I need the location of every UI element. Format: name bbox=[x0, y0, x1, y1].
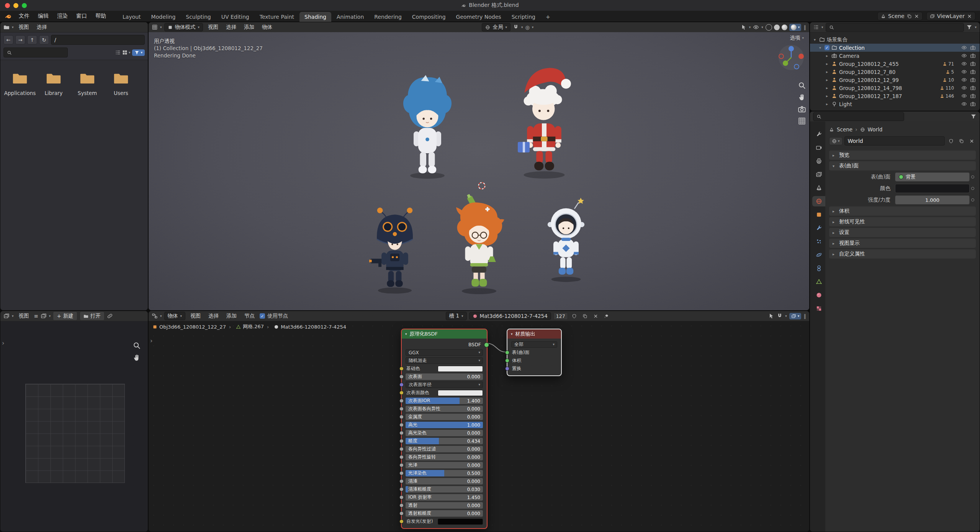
bsdf-input-row[interactable]: 次表面IOR 1.400 bbox=[406, 398, 483, 404]
node-editor-icon[interactable] bbox=[152, 313, 158, 319]
render-visibility-camera-icon[interactable] bbox=[970, 85, 976, 91]
render-visibility-camera-icon[interactable] bbox=[970, 53, 976, 59]
properties-tab[interactable] bbox=[812, 169, 825, 180]
input-socket[interactable] bbox=[399, 415, 404, 419]
expander-arrow[interactable]: ▸ bbox=[825, 62, 829, 66]
funnel-icon[interactable] bbox=[970, 113, 977, 119]
new-material-copy-icon[interactable] bbox=[581, 312, 589, 320]
fullscreen-window-button[interactable] bbox=[22, 3, 27, 8]
animate-dot-icon[interactable] bbox=[970, 175, 976, 178]
render-visibility-camera-icon[interactable] bbox=[970, 45, 976, 51]
viewport-menu-item[interactable]: 添加 bbox=[241, 23, 257, 31]
properties-tab[interactable] bbox=[812, 210, 825, 220]
properties-tab[interactable] bbox=[812, 183, 825, 193]
value-slider[interactable]: 次表面IOR 1.400 bbox=[406, 398, 483, 404]
image-editor-menu-item[interactable]: 视图 bbox=[16, 312, 32, 320]
bsdf-input-row[interactable]: 高光染色 0.000 bbox=[406, 430, 483, 436]
color-swatch[interactable] bbox=[438, 366, 483, 372]
outliner-row[interactable]: ▸ Light bbox=[810, 100, 980, 108]
bsdf-input-row[interactable]: 糙度 0.434 bbox=[406, 438, 483, 444]
thumbnail-view-icon[interactable] bbox=[122, 49, 128, 56]
close-window-button[interactable] bbox=[5, 3, 10, 8]
blender-logo-icon[interactable] bbox=[5, 13, 12, 20]
value-slider[interactable]: 光泽 0.000 bbox=[406, 462, 483, 468]
wireframe-shading-icon[interactable] bbox=[766, 24, 772, 31]
toggle-ortho-icon[interactable] bbox=[798, 117, 806, 125]
file-browser-editor-icon[interactable] bbox=[3, 24, 10, 30]
workspace-tab[interactable]: Compositing bbox=[407, 12, 451, 22]
input-socket[interactable] bbox=[399, 375, 404, 379]
context-path-item[interactable]: Mat3d66-1208012-7-4254 bbox=[267, 324, 346, 330]
unlink-material-icon[interactable] bbox=[592, 312, 600, 320]
viewport-options-dropdown[interactable]: 选项 ▾ bbox=[790, 34, 804, 41]
shader-editor-menu-item[interactable]: 添加 bbox=[224, 312, 239, 320]
new-scene-copy-icon[interactable] bbox=[907, 14, 912, 19]
toy-character-blue-hair[interactable] bbox=[399, 59, 456, 189]
display-settings-chevron-icon[interactable]: ▾ bbox=[129, 51, 131, 54]
editor-type-chevron-icon[interactable]: ▾ bbox=[12, 314, 14, 318]
value-slider[interactable]: 各向异性旋转 0.000 bbox=[406, 454, 483, 460]
bsdf-node-header[interactable]: ▾ 原理化BSDF bbox=[402, 329, 487, 339]
zoom-icon[interactable] bbox=[798, 81, 806, 90]
expander-arrow[interactable]: ▸ bbox=[825, 86, 829, 90]
material-slot-selector[interactable]: 槽 1 ▾ bbox=[446, 312, 467, 320]
value-slider[interactable]: 各向异性过滤 0.000 bbox=[406, 446, 483, 452]
properties-tab[interactable] bbox=[812, 156, 825, 166]
bsdf-input-row[interactable]: 基础色 bbox=[406, 365, 483, 372]
dropdown-control[interactable]: GGX ▾ bbox=[406, 349, 483, 356]
image-editor-icon[interactable] bbox=[3, 313, 10, 319]
collapse-node-icon[interactable]: ▾ bbox=[405, 332, 407, 336]
collapsed-panel-header[interactable]: ▸ 体积 bbox=[829, 206, 976, 216]
value-slider[interactable]: 金属度 0.000 bbox=[406, 414, 483, 420]
expander-arrow[interactable]: ▸ bbox=[825, 54, 829, 58]
image-browse-chevron-icon[interactable]: ▾ bbox=[49, 314, 51, 318]
overlays-toggle[interactable]: ▾ bbox=[789, 313, 802, 319]
properties-search-input[interactable] bbox=[813, 112, 904, 121]
up-directory-icon[interactable]: ↑ bbox=[27, 35, 37, 44]
bsdf-input-row[interactable]: 次表面半径 ▾ bbox=[406, 381, 483, 388]
toy-character-santa[interactable] bbox=[510, 61, 579, 193]
bsdf-input-row[interactable]: 次表面 0.000 bbox=[406, 373, 483, 380]
value-slider[interactable]: IOR 折射率 1.450 bbox=[406, 494, 483, 501]
render-visibility-camera-icon[interactable] bbox=[970, 93, 976, 99]
material-output-node[interactable]: ▾ 材质输出 全部 ▾ bbox=[507, 329, 562, 376]
input-socket[interactable] bbox=[399, 391, 404, 395]
collapsed-panel-header[interactable]: ▸ 设置 bbox=[829, 228, 976, 237]
properties-tab[interactable] bbox=[812, 196, 825, 206]
principled-bsdf-node[interactable]: ▾ 原理化BSDF BSDF GGX bbox=[401, 329, 488, 529]
filter-chevron-icon[interactable]: ▾ bbox=[975, 26, 977, 29]
hide-eye-icon[interactable] bbox=[961, 85, 967, 91]
input-socket[interactable] bbox=[399, 511, 404, 516]
rendered-shading-toggle[interactable]: ▾ bbox=[789, 24, 802, 31]
region-menu-icon[interactable]: ∥ bbox=[803, 24, 806, 30]
open-image-button[interactable]: 打开 bbox=[80, 311, 105, 321]
new-copy-icon[interactable] bbox=[957, 137, 965, 145]
hide-eye-icon[interactable] bbox=[961, 53, 967, 59]
workspace-tab[interactable]: Layout bbox=[118, 12, 146, 22]
expander-arrow[interactable]: ▾ bbox=[818, 46, 823, 50]
workspace-tab[interactable]: + bbox=[541, 12, 555, 22]
properties-tab[interactable] bbox=[812, 129, 825, 139]
shader-editor-menu-item[interactable]: 视图 bbox=[188, 312, 203, 320]
target-dropdown[interactable]: 全部 ▾ bbox=[511, 341, 557, 348]
color-control[interactable]: 基础色 bbox=[406, 365, 483, 372]
value-slider[interactable]: 透射粗糙度 0.000 bbox=[406, 510, 483, 517]
workspace-tab[interactable]: Shading bbox=[299, 12, 331, 22]
properties-tab[interactable] bbox=[812, 277, 825, 287]
animate-dot-icon[interactable] bbox=[970, 187, 976, 190]
forward-icon[interactable]: → bbox=[15, 35, 25, 44]
input-socket[interactable] bbox=[399, 447, 404, 451]
output-node-row[interactable]: 全部 ▾ bbox=[511, 341, 557, 348]
selectability-chevron-icon[interactable]: ▾ bbox=[749, 26, 751, 29]
value-slider[interactable]: 次表面各向异性 0.000 bbox=[406, 406, 483, 412]
collapsed-panel-header[interactable]: ▸ 视图显示 bbox=[829, 239, 976, 248]
sidebar-toggle-arrow[interactable]: › bbox=[2, 339, 4, 347]
link-icon[interactable] bbox=[107, 313, 113, 319]
value-slider[interactable]: 糙度 0.434 bbox=[406, 438, 483, 444]
hide-eye-icon[interactable] bbox=[961, 93, 967, 99]
expander-arrow[interactable]: ▸ bbox=[825, 78, 829, 82]
viewport-menu-item[interactable]: 视图 bbox=[205, 23, 221, 31]
visibility-eye-icon[interactable] bbox=[753, 24, 759, 30]
shader-editor-menu-item[interactable]: 选择 bbox=[206, 312, 221, 320]
transform-orientation-selector[interactable]: 全局 ▾ bbox=[482, 23, 510, 31]
